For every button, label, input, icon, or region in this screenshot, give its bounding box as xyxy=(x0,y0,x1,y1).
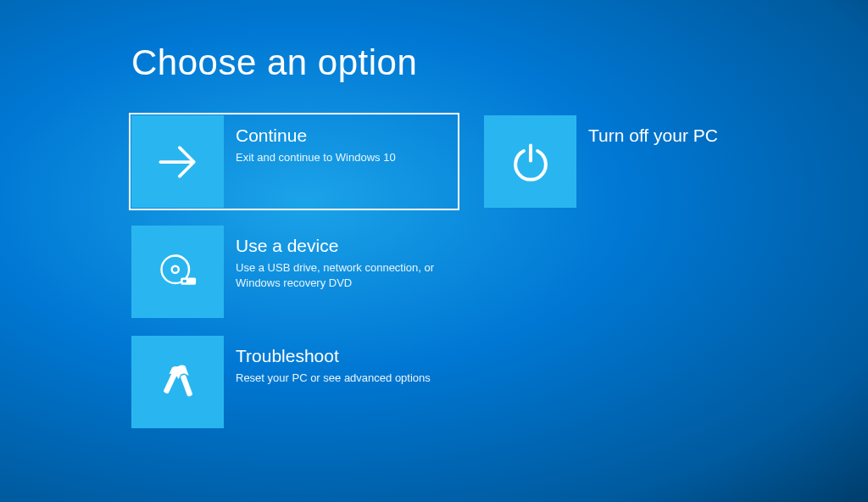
turn-off-tile[interactable]: Turn off your PC xyxy=(484,115,810,208)
svg-point-2 xyxy=(171,265,178,272)
use-device-title: Use a device xyxy=(236,236,445,256)
svg-rect-6 xyxy=(181,375,192,396)
continue-title: Continue xyxy=(236,126,445,146)
arrow-right-icon xyxy=(131,115,224,208)
recovery-menu: Choose an option Continue Exit and conti… xyxy=(0,0,868,428)
disc-icon xyxy=(131,226,224,318)
tools-icon xyxy=(131,336,224,428)
use-device-desc: Use a USB drive, network connection, or … xyxy=(236,260,445,290)
svg-rect-4 xyxy=(182,279,186,282)
troubleshoot-title: Troubleshoot xyxy=(236,346,445,366)
page-title: Choose an option xyxy=(131,42,868,83)
power-icon xyxy=(484,115,576,208)
continue-tile[interactable]: Continue Exit and continue to Windows 10 xyxy=(131,115,457,208)
continue-desc: Exit and continue to Windows 10 xyxy=(236,150,445,165)
options-grid: Continue Exit and continue to Windows 10… xyxy=(131,115,868,428)
turn-off-title: Turn off your PC xyxy=(588,126,798,146)
use-device-tile[interactable]: Use a device Use a USB drive, network co… xyxy=(131,226,457,318)
troubleshoot-tile[interactable]: Troubleshoot Reset your PC or see advanc… xyxy=(131,336,457,428)
troubleshoot-desc: Reset your PC or see advanced options xyxy=(236,371,445,386)
